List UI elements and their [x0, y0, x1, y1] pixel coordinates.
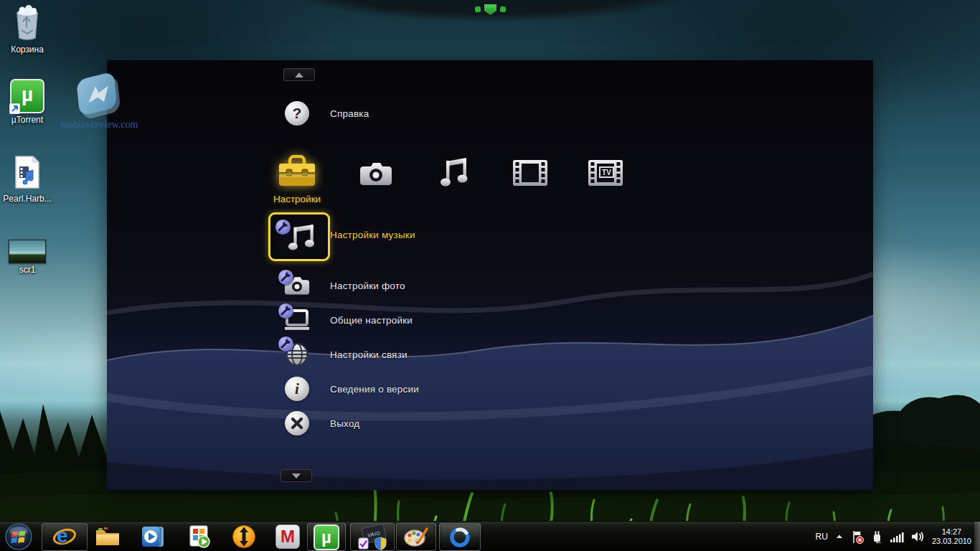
- office-viewer-icon: [188, 525, 211, 548]
- taskbar-button-download-manager[interactable]: [227, 523, 261, 550]
- menu-item-label: Общие настройки: [330, 315, 413, 326]
- vaio-care-icon: VAIO: [358, 525, 387, 550]
- desktop-icon-recycle-bin[interactable]: Корзина: [0, 4, 55, 55]
- menu-item-label: Настройки фото: [330, 281, 405, 291]
- menu-item-help[interactable]: ? Справка: [270, 96, 369, 131]
- category-video-icon[interactable]: [512, 159, 548, 187]
- utorrent-icon: µ: [314, 524, 339, 550]
- category-settings-toolbox-icon[interactable]: [277, 155, 317, 191]
- taskbar: e: [0, 521, 980, 551]
- taskbar-button-maxthon[interactable]: M: [271, 523, 304, 550]
- info-icon: i: [285, 377, 309, 401]
- media-player-icon: [141, 525, 166, 548]
- ring-app-icon: [448, 525, 472, 550]
- chevron-down-icon: [292, 474, 301, 479]
- chevron-up-icon: [295, 72, 303, 77]
- xmb-wave-background: [107, 60, 873, 490]
- desktop-icon-label: Pearl.Harb...: [0, 194, 55, 204]
- wrench-badge-icon: [275, 220, 291, 235]
- media-file-icon: [13, 155, 42, 189]
- volume-icon[interactable]: [911, 531, 925, 542]
- music-settings-icon: [288, 224, 318, 253]
- clock[interactable]: 14:27 23.03.2010: [932, 527, 971, 546]
- show-desktop-button[interactable]: [974, 522, 980, 551]
- scroll-down-button[interactable]: [281, 469, 312, 482]
- recycle-bin-icon: [11, 4, 43, 40]
- menu-item-label-selected: Настройки музыки: [330, 230, 415, 240]
- category-bar: TV: [107, 152, 873, 192]
- language-indicator[interactable]: RU: [816, 532, 828, 542]
- dock-green-glyph: [474, 6, 481, 12]
- menu-item-general-settings[interactable]: Общие настройки: [270, 303, 413, 337]
- desktop-icon-label: Корзина: [0, 45, 55, 55]
- desktop-icon-label: µTorrent: [0, 116, 55, 125]
- system-tray: RU: [816, 522, 971, 551]
- svg-text:TV: TV: [602, 169, 611, 176]
- uac-shield-icon: [374, 537, 387, 550]
- menu-item-label: Выход: [330, 418, 359, 429]
- download-manager-icon: [232, 524, 256, 549]
- action-center-flag-icon[interactable]: [851, 530, 864, 544]
- clock-date: 23.03.2010: [932, 537, 971, 546]
- taskbar-button-windows-explorer[interactable]: [90, 523, 125, 550]
- menu-item-network-settings[interactable]: Настройки связи: [270, 337, 407, 372]
- taskbar-button-vaio-care[interactable]: VAIO: [350, 523, 395, 551]
- desktop-icon-utorrent[interactable]: µ µTorrent: [0, 79, 55, 125]
- hidden-icons-button[interactable]: [835, 533, 844, 540]
- screen: Корзина µ µTorrent Pearl.Harb... scr1: [0, 0, 980, 551]
- taskbar-button-media-gallery[interactable]: [439, 523, 481, 551]
- start-button[interactable]: [3, 523, 34, 550]
- desktop-icon-media-file[interactable]: Pearl.Harb...: [0, 155, 55, 204]
- taskbar-button-paint[interactable]: [396, 523, 436, 551]
- wrench-badge-icon: [278, 303, 293, 319]
- folder-icon: [95, 526, 121, 547]
- wrench-badge-icon: [278, 270, 293, 285]
- category-label: Настройки: [240, 194, 354, 204]
- clock-time: 14:27: [932, 527, 971, 537]
- help-icon: ?: [285, 101, 309, 126]
- category-photo-icon[interactable]: [359, 161, 392, 187]
- maxthon-icon: M: [275, 524, 300, 549]
- taskbar-button-utorrent[interactable]: µ: [307, 523, 346, 551]
- taskbar-button-internet-explorer[interactable]: e: [42, 523, 88, 551]
- scroll-up-button[interactable]: [283, 68, 315, 81]
- network-signal-icon[interactable]: [890, 532, 904, 542]
- menu-item-version-info[interactable]: i Сведения о версии: [270, 372, 419, 406]
- wrench-badge-icon: [278, 336, 293, 352]
- taskbar-button-office-viewer[interactable]: [182, 523, 217, 550]
- dock-green-glyph: [499, 6, 506, 12]
- menu-item-exit[interactable]: Выход: [270, 406, 359, 441]
- internet-explorer-icon: e: [52, 526, 77, 549]
- power-plug-icon[interactable]: [871, 530, 883, 543]
- utorrent-icon: µ: [10, 79, 44, 113]
- menu-item-label: Справка: [330, 108, 369, 119]
- shortcut-arrow-icon: [9, 103, 20, 114]
- exit-icon: [285, 411, 309, 435]
- category-tv-icon[interactable]: TV: [588, 159, 623, 187]
- selected-item-box[interactable]: [268, 212, 330, 261]
- windows-logo-icon: [5, 523, 32, 550]
- menu-item-label: Сведения о версии: [330, 384, 419, 395]
- menu-item-label: Настройки связи: [330, 349, 407, 360]
- category-music-icon[interactable]: [440, 157, 469, 189]
- menu-item-photo-settings[interactable]: Настройки фото: [270, 268, 405, 303]
- desktop-icon-label: scr1: [0, 265, 55, 275]
- paint-icon: [403, 526, 429, 549]
- desktop-icon-scr1[interactable]: scr1: [0, 240, 55, 275]
- xmb-window: ? Справка: [107, 60, 873, 490]
- checklist-icon: [358, 537, 369, 550]
- taskbar-button-media-player[interactable]: [136, 523, 171, 550]
- scr1-thumbnail: [9, 240, 46, 263]
